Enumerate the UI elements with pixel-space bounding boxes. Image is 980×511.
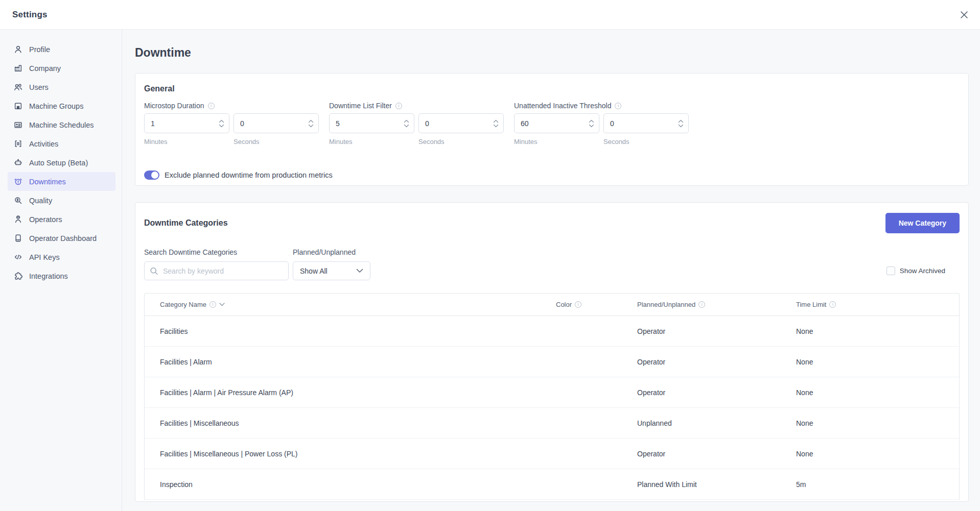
info-icon[interactable] (698, 301, 705, 308)
sidebar-item-downtimes[interactable]: Downtimes (8, 172, 115, 191)
show-archived-label: Show Archived (900, 267, 945, 275)
planned-cell: Unplanned (637, 419, 796, 427)
stepper-arrows-icon[interactable] (678, 119, 684, 127)
table-row[interactable]: Facilities | Alarm | Air Pressure Alarm … (145, 377, 959, 408)
downtime-list-filter-field: Downtime List Filter (329, 101, 504, 146)
time-limit-cell: None (796, 450, 959, 458)
robot-icon (14, 158, 22, 167)
general-card: General Microstop Duration (135, 73, 969, 186)
category-name-cell: Facilities | Miscellaneous | Power Loss … (145, 450, 556, 458)
planned-cell: Planned With Limit (637, 480, 796, 489)
microstop-minutes-input[interactable] (144, 113, 229, 133)
sidebar-item-auto-setup[interactable]: Auto Setup (Beta) (8, 153, 115, 172)
microstop-seconds-input[interactable] (234, 113, 319, 133)
time-limit-cell: None (796, 419, 959, 427)
seconds-unit-label: Seconds (603, 138, 629, 146)
table-header: Category Name Color Planned/Unplanned (145, 294, 959, 316)
stepper-arrows-icon[interactable] (589, 119, 594, 127)
field-label: Unattended Inactive Threshold (514, 101, 611, 110)
settings-sidebar: Profile Company Users Machine Groups Mac… (0, 30, 122, 511)
list-icon (14, 139, 22, 148)
info-icon[interactable] (209, 301, 216, 308)
exclude-planned-downtime-toggle[interactable] (144, 171, 159, 180)
unattended-threshold-field: Unattended Inactive Threshold (514, 101, 689, 146)
table-row[interactable]: Inspection Planned With Limit 5m (145, 469, 959, 500)
sidebar-item-machine-groups[interactable]: Machine Groups (8, 96, 115, 115)
time-limit-cell: 5m (796, 480, 959, 489)
id-card-icon (14, 120, 22, 129)
column-header-time-limit: Time Limit (796, 301, 959, 308)
sidebar-item-label: API Keys (29, 253, 60, 261)
info-icon[interactable] (208, 103, 215, 109)
sidebar-item-integrations[interactable]: Integrations (8, 266, 115, 285)
sidebar-item-label: Machine Groups (29, 102, 83, 110)
sidebar-item-quality[interactable]: Quality (8, 191, 115, 210)
sort-chevron-icon[interactable] (219, 303, 225, 306)
sidebar-item-operators[interactable]: Operators (8, 210, 115, 229)
sidebar-item-label: Operators (29, 215, 62, 224)
sidebar-item-label: Profile (29, 45, 50, 54)
planned-cell: Operator (637, 358, 796, 366)
planned-filter-label: Planned/Unplanned (293, 248, 370, 257)
column-header-color: Color (556, 301, 637, 308)
table-row[interactable]: Facilities Operator None (145, 316, 959, 347)
planned-cell: Operator (637, 450, 796, 458)
magnifier-icon (14, 196, 22, 205)
alarm-clock-icon (14, 177, 22, 186)
toggle-label: Exclude planned downtime from production… (165, 171, 333, 179)
category-name-cell: Inspection (145, 480, 556, 489)
field-label: Downtime List Filter (329, 101, 392, 110)
threshold-seconds-input[interactable] (603, 113, 689, 133)
category-name-cell: Facilities | Alarm (145, 358, 556, 366)
stepper-arrows-icon[interactable] (493, 119, 499, 127)
info-icon[interactable] (829, 301, 836, 308)
sidebar-item-users[interactable]: Users (8, 78, 115, 96)
sidebar-item-operator-dashboard[interactable]: Operator Dashboard (8, 229, 115, 248)
table-row[interactable]: Facilities | Alarm Operator None (145, 347, 959, 377)
info-icon[interactable] (575, 301, 581, 308)
sidebar-item-label: Quality (29, 197, 52, 205)
table-row[interactable]: Facilities | Miscellaneous Unplanned Non… (145, 408, 959, 439)
sidebar-item-profile[interactable]: Profile (8, 40, 115, 59)
person-icon (14, 45, 22, 54)
table-row[interactable]: Facilities | Miscellaneous | Power Loss … (145, 439, 959, 469)
new-category-button[interactable]: New Category (885, 213, 960, 233)
sidebar-item-label: Machine Schedules (29, 121, 94, 129)
sidebar-item-company[interactable]: Company (8, 59, 115, 78)
stepper-arrows-icon[interactable] (404, 119, 409, 127)
puzzle-icon (14, 272, 22, 280)
sidebar-item-label: Company (29, 64, 61, 72)
stepper-arrows-icon[interactable] (308, 119, 314, 127)
sidebar-item-machine-schedules[interactable]: Machine Schedules (8, 115, 115, 134)
planned-cell: Operator (637, 388, 796, 397)
column-header-category-name[interactable]: Category Name (145, 301, 556, 308)
page-title: Downtime (135, 45, 969, 60)
sidebar-item-label: Activities (29, 140, 58, 148)
info-icon[interactable] (395, 103, 402, 109)
sidebar-item-api-keys[interactable]: API Keys (8, 248, 115, 266)
tablet-icon (14, 234, 22, 242)
time-limit-cell: None (796, 388, 959, 397)
sidebar-item-activities[interactable]: Activities (8, 134, 115, 153)
users-icon (14, 83, 22, 91)
planned-filter-select[interactable]: Show All (293, 261, 370, 280)
general-heading: General (144, 84, 960, 94)
search-input[interactable] (144, 261, 289, 280)
list-filter-seconds-input[interactable] (418, 113, 504, 133)
show-archived-control[interactable]: Show Archived (886, 266, 945, 275)
sidebar-item-label: Integrations (29, 272, 68, 280)
threshold-minutes-input[interactable] (514, 113, 599, 133)
close-icon[interactable] (961, 11, 968, 18)
sidebar-item-label: Downtimes (29, 178, 66, 186)
operator-icon (14, 215, 22, 224)
stepper-arrows-icon[interactable] (219, 119, 224, 127)
list-filter-minutes-input[interactable] (329, 113, 414, 133)
toggle-knob (151, 172, 158, 179)
search-group: Search Downtime Categories (144, 248, 289, 280)
planned-cell: Operator (637, 327, 796, 335)
sidebar-item-label: Auto Setup (Beta) (29, 159, 88, 167)
category-name-cell: Facilities | Miscellaneous (145, 419, 556, 427)
show-archived-checkbox[interactable] (886, 266, 895, 275)
info-icon[interactable] (615, 103, 621, 109)
seconds-unit-label: Seconds (234, 138, 260, 146)
